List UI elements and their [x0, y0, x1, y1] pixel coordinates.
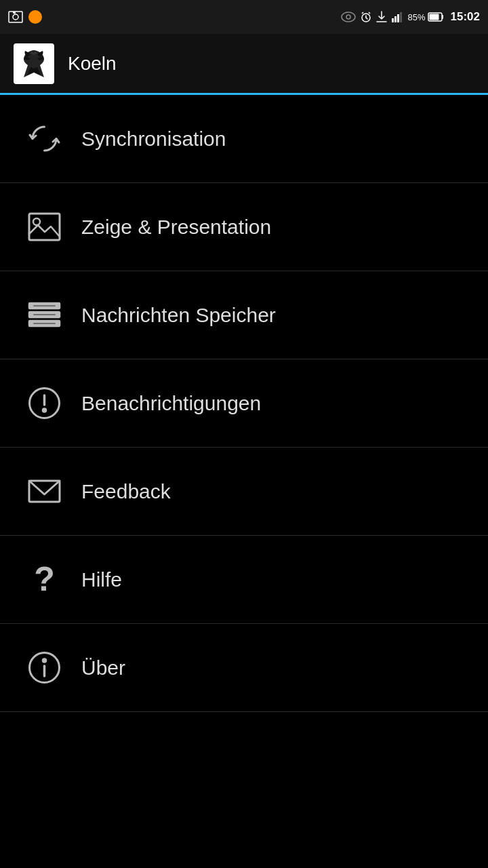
svg-rect-0 [9, 12, 22, 22]
svg-rect-24 [33, 304, 56, 307]
synchronisation-label: Synchronisation [81, 127, 226, 151]
menu-item-nachrichten-speicher[interactable]: Nachrichten Speicher [0, 271, 488, 359]
status-bar-right-icons: 85% 15:02 [341, 10, 480, 24]
svg-point-1 [13, 14, 18, 20]
menu-list: Synchronisation Zeige & Presentation [0, 95, 488, 712]
nachrichten-speicher-label: Nachrichten Speicher [81, 304, 276, 327]
battery-container: 85% [407, 12, 443, 22]
svg-point-3 [342, 12, 355, 22]
status-time: 15:02 [451, 10, 480, 24]
svg-point-4 [346, 15, 350, 19]
sync-icon [20, 120, 68, 157]
battery-icon [428, 12, 444, 22]
svg-rect-2 [13, 12, 16, 14]
svg-rect-25 [33, 313, 56, 316]
svg-rect-14 [400, 12, 402, 22]
svg-point-29 [43, 409, 46, 412]
feedback-label: Feedback [81, 480, 171, 503]
svg-rect-16 [429, 14, 439, 20]
info-icon [20, 649, 68, 686]
svg-rect-26 [33, 322, 56, 325]
alert-icon [20, 384, 68, 422]
menu-item-feedback[interactable]: Feedback [0, 448, 488, 536]
app-bar: Koeln [0, 34, 488, 95]
photo-icon [8, 11, 23, 23]
svg-rect-13 [397, 14, 399, 22]
svg-line-9 [369, 12, 370, 14]
ueber-label: Über [81, 656, 125, 679]
svg-point-20 [33, 218, 40, 225]
app-logo [14, 43, 54, 84]
hilfe-label: Hilfe [81, 568, 122, 591]
menu-item-benachrichtigungen[interactable]: Benachrichtigungen [0, 359, 488, 448]
svg-line-8 [362, 12, 363, 14]
download-icon [376, 11, 387, 23]
image-icon [20, 208, 68, 245]
menu-item-zeige-presentation[interactable]: Zeige & Presentation [0, 183, 488, 271]
svg-rect-12 [394, 16, 396, 22]
svg-line-7 [366, 18, 367, 19]
help-icon-svg: ? [26, 561, 63, 598]
menu-item-ueber[interactable]: Über [0, 624, 488, 712]
svg-point-33 [43, 659, 46, 663]
svg-rect-11 [392, 18, 394, 22]
battery-percentage: 85% [407, 12, 425, 22]
benachrichtigungen-label: Benachrichtigungen [81, 392, 261, 415]
signal-icon [391, 12, 403, 22]
app-title: Koeln [68, 53, 117, 75]
email-icon [20, 473, 68, 510]
menu-item-synchronisation[interactable]: Synchronisation [0, 95, 488, 183]
svg-rect-17 [442, 15, 443, 19]
zeige-presentation-label: Zeige & Presentation [81, 216, 271, 239]
alarm-icon [360, 11, 372, 23]
svg-rect-19 [29, 214, 60, 240]
messages-icon [20, 296, 68, 334]
svg-text:?: ? [34, 561, 55, 598]
eye-icon [341, 12, 356, 22]
help-icon: ? [20, 561, 68, 598]
orange-app-icon [28, 10, 42, 24]
menu-item-hilfe[interactable]: ? Hilfe [0, 536, 488, 624]
status-bar: 85% 15:02 [0, 0, 488, 34]
status-bar-left-icons [8, 10, 42, 24]
